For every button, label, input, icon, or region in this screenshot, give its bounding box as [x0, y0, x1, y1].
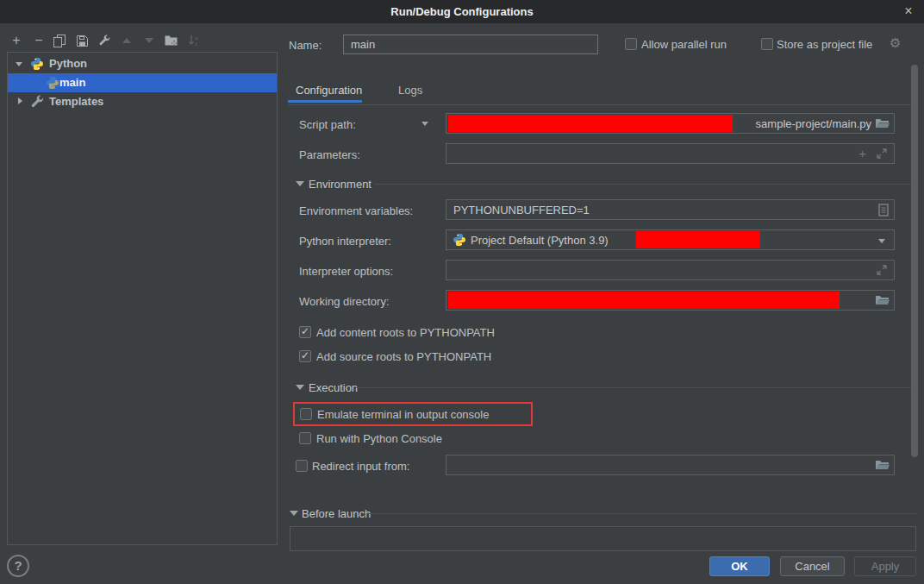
tree-item-label: Templates — [49, 95, 103, 108]
move-down-icon — [145, 38, 153, 43]
edit-variables-icon[interactable] — [878, 204, 889, 217]
working-directory-input[interactable] — [446, 290, 895, 311]
working-directory-label: Working directory: — [299, 295, 390, 308]
ok-button[interactable]: OK — [709, 556, 770, 576]
save-configuration-button[interactable] — [74, 33, 90, 48]
name-value: main — [351, 38, 375, 51]
environment-collapse-icon[interactable] — [296, 181, 304, 186]
cancel-button[interactable]: Cancel — [780, 556, 845, 576]
interpreter-options-input[interactable] — [446, 260, 895, 280]
chevron-down-icon[interactable] — [16, 62, 22, 66]
sort-alpha-icon: a z — [188, 35, 200, 47]
vertical-scrollbar-thumb[interactable] — [911, 65, 918, 457]
expand-icon[interactable] — [877, 148, 887, 159]
new-folder-button[interactable] — [164, 33, 179, 48]
folder-icon[interactable] — [875, 117, 890, 129]
dialog-title: Run/Debug Configurations — [0, 0, 924, 23]
wrench-icon — [30, 95, 44, 109]
add-configuration-button[interactable]: + — [9, 33, 24, 48]
parameters-label: Parameters: — [299, 148, 360, 161]
tab-logs[interactable]: Logs — [398, 84, 422, 97]
execution-collapse-icon[interactable] — [296, 385, 304, 390]
svg-text:z: z — [195, 41, 197, 47]
parameters-input[interactable]: + — [446, 143, 895, 164]
move-down-button — [141, 33, 157, 48]
redaction-block — [448, 115, 733, 132]
run-debug-configurations-dialog: Run/Debug Configurations × + − — [0, 0, 924, 584]
redaction-block — [448, 292, 840, 309]
interpreter-options-label: Interpreter options: — [299, 265, 393, 278]
configurations-tree: Python main Templates — [7, 52, 278, 545]
environment-section-title[interactable]: Environment — [309, 178, 371, 191]
tree-item-main[interactable]: main — [8, 73, 277, 92]
wrench-icon — [98, 35, 110, 47]
script-path-value: sample-project/main.py — [756, 117, 871, 130]
python-icon — [453, 233, 466, 247]
environment-variables-input[interactable]: PYTHONUNBUFFERED=1 — [446, 199, 895, 220]
redirect-input-label[interactable]: Redirect input from: — [312, 460, 409, 473]
expand-icon[interactable] — [877, 265, 887, 275]
name-label: Name: — [289, 39, 322, 52]
script-path-dropdown-icon[interactable] — [421, 122, 428, 126]
folder-icon[interactable] — [875, 459, 890, 471]
close-icon[interactable]: × — [900, 3, 917, 20]
edit-templates-button[interactable] — [97, 33, 112, 48]
redaction-block — [636, 231, 760, 248]
section-divider — [366, 513, 917, 514]
python-icon — [30, 57, 44, 71]
execution-section-title[interactable]: Execution — [309, 381, 358, 394]
move-up-button — [119, 33, 134, 48]
chevron-right-icon[interactable] — [18, 97, 22, 104]
help-button[interactable]: ? — [7, 555, 29, 577]
save-icon — [77, 35, 88, 47]
tab-configuration[interactable]: Configuration — [296, 84, 362, 97]
allow-parallel-run-checkbox[interactable] — [625, 38, 637, 50]
section-divider — [355, 387, 917, 388]
run-with-python-console-checkbox[interactable] — [299, 432, 311, 444]
script-path-input[interactable]: sample-project/main.py — [446, 113, 895, 134]
name-input[interactable]: main — [343, 35, 598, 54]
add-content-roots-label[interactable]: Add content roots to PYTHONPATH — [316, 326, 495, 339]
environment-variables-label: Environment variables: — [299, 204, 413, 217]
add-icon: + — [12, 33, 20, 48]
remove-configuration-button[interactable]: − — [31, 33, 47, 48]
redirect-input-field[interactable] — [446, 455, 895, 475]
macros-plus-icon[interactable]: + — [858, 146, 866, 160]
python-interpreter-value: Project Default (Python 3.9) — [471, 234, 609, 247]
store-as-project-file-checkbox[interactable] — [761, 38, 773, 50]
add-source-roots-checkbox[interactable] — [299, 350, 311, 362]
remove-icon: − — [34, 33, 42, 48]
environment-variables-value: PYTHONUNBUFFERED=1 — [453, 204, 590, 217]
before-launch-task-list[interactable] — [290, 526, 916, 551]
dialog-titlebar: Run/Debug Configurations × — [0, 0, 924, 23]
script-path-label: Script path: — [299, 118, 356, 131]
python-interpreter-label: Python interpreter: — [299, 235, 391, 248]
run-with-python-console-label[interactable]: Run with Python Console — [316, 432, 442, 445]
new-folder-icon — [165, 35, 179, 47]
emulate-terminal-checkbox[interactable] — [300, 408, 312, 420]
add-source-roots-label[interactable]: Add source roots to PYTHONPATH — [316, 350, 491, 363]
folder-icon[interactable] — [875, 294, 890, 306]
before-launch-section-title[interactable]: Before launch — [302, 507, 371, 520]
tree-item-label: main — [59, 76, 85, 89]
tree-item-python[interactable]: Python — [8, 54, 277, 73]
tabs-separator — [288, 104, 917, 105]
move-up-icon — [122, 38, 131, 43]
store-as-project-file-label[interactable]: Store as project file — [777, 38, 872, 51]
apply-button: Apply — [854, 556, 916, 576]
active-tab-underline — [288, 100, 362, 103]
copy-icon — [53, 35, 66, 47]
copy-configuration-button[interactable] — [52, 33, 67, 48]
redirect-input-checkbox[interactable] — [296, 460, 308, 472]
tree-item-templates[interactable]: Templates — [8, 92, 277, 111]
allow-parallel-run-label[interactable]: Allow parallel run — [641, 38, 727, 51]
dropdown-caret-icon[interactable] — [878, 239, 885, 243]
section-divider — [374, 184, 917, 185]
python-interpreter-select[interactable]: Project Default (Python 3.9) — [446, 229, 895, 250]
before-launch-collapse-icon[interactable] — [290, 511, 298, 516]
emulate-terminal-label[interactable]: Emulate terminal in output console — [317, 408, 489, 421]
add-content-roots-checkbox[interactable] — [299, 326, 311, 338]
gear-icon[interactable]: ⚙ — [890, 35, 901, 51]
python-icon — [46, 76, 59, 90]
sort-configurations-button: a z — [186, 33, 202, 48]
